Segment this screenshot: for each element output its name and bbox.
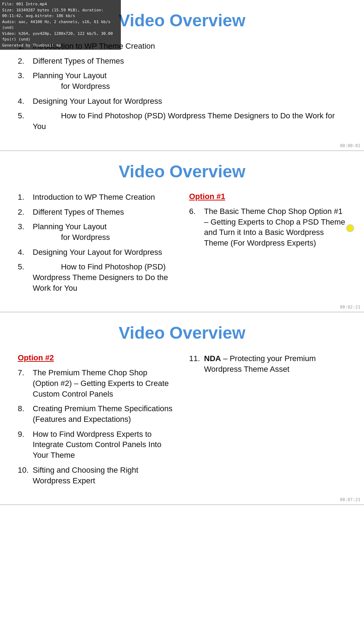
panel2-title: Video Overview <box>18 162 346 181</box>
file-info-line5: Generated by Thumbnail me <box>2 43 119 49</box>
list-item: 9. How to Find Wordpress Experts to Inte… <box>18 429 175 461</box>
panel1-content: 1. Introduction to WP Theme Creation 2. … <box>18 41 346 136</box>
list-item: 10. Sifting and Choosing the Right Wordp… <box>18 465 175 486</box>
item-num: 3. <box>18 70 33 81</box>
item-num: 2. <box>18 56 33 66</box>
list-item: 4. Designing Your Layout for Wordpress <box>18 96 346 107</box>
panel2: Video Overview 1. Introduction to WP The… <box>0 151 364 313</box>
panel3: Video Overview Option #2 7. The Premium … <box>0 312 364 505</box>
panel3-right-list: 11. NDA – Protecting your Premium Wordpr… <box>189 353 346 374</box>
item-num: 9. <box>18 429 33 440</box>
item-num: 5. <box>18 111 33 121</box>
file-info-line4: Video: h264, yuv420p, 1280x720, 122 kb/5… <box>2 31 119 43</box>
list-item: 4. Designing Your Layout for Wordpress <box>18 247 175 258</box>
item-num: 5. <box>18 262 33 272</box>
panel2-right-list: 6. The Basic Theme Chop Shop Option #1 –… <box>189 206 346 248</box>
item-num: 10. <box>18 465 33 476</box>
list-item: 8. Creating Premium Theme Specifications… <box>18 403 175 424</box>
panel3-left-list: 7. The Premium Theme Chop Shop (Option #… <box>18 367 175 486</box>
list-item: 5. How to Find Photoshop (PSD) Wordpress… <box>18 111 346 132</box>
item-num: 4. <box>18 96 33 107</box>
file-info-line1: File: 001 Intro.mp4 <box>2 1 119 7</box>
item-num: 11. <box>189 353 204 364</box>
item-num: 1. <box>18 192 33 203</box>
list-item: 2. Different Types of Themes <box>18 207 175 218</box>
list-item: 3. Planning Your Layout for Wordpress <box>18 70 346 91</box>
list-item: 1. Introduction to WP Theme Creation <box>18 192 175 203</box>
panel2-right: Option #1 6. The Basic Theme Chop Shop O… <box>189 192 346 298</box>
item-num: 8. <box>18 403 33 414</box>
list-item: 3. Planning Your Layout for Wordpress <box>18 221 175 242</box>
item-num: 2. <box>18 207 33 218</box>
panel3-left: Option #2 7. The Premium Theme Chop Shop… <box>18 353 175 490</box>
panel3-content: Option #2 7. The Premium Theme Chop Shop… <box>18 353 346 490</box>
option2-heading: Option #2 <box>18 353 175 363</box>
panel2-list: 1. Introduction to WP Theme Creation 2. … <box>18 192 175 294</box>
panel1-timestamp: 00:00:01 <box>340 143 360 148</box>
option1-heading: Option #1 <box>189 192 346 201</box>
file-info-line3: Audio: aac, 44100 Hz, 2 channels, s16, 6… <box>2 19 119 31</box>
list-item: 5. How to Find Photoshop (PSD) Wordpress… <box>18 262 175 293</box>
item-num: 4. <box>18 247 33 258</box>
list-item: 7. The Premium Theme Chop Shop (Option #… <box>18 367 175 399</box>
file-info: File: 001 Intro.mp4 Size: 16349287 bytes… <box>0 0 121 50</box>
panel3-right: 11. NDA – Protecting your Premium Wordpr… <box>189 353 346 490</box>
list-item: 6. The Basic Theme Chop Shop Option #1 –… <box>189 206 346 248</box>
list-item: 2. Different Types of Themes <box>18 56 346 66</box>
item-num: 6. <box>189 206 204 217</box>
item-num: 3. <box>18 221 33 232</box>
cursor-dot <box>346 224 354 232</box>
panel2-content: 1. Introduction to WP Theme Creation 2. … <box>18 192 346 298</box>
panel3-timestamp: 00:07:21 <box>340 497 360 502</box>
panel1-list: 1. Introduction to WP Theme Creation 2. … <box>18 41 346 132</box>
item-num: 7. <box>18 367 33 378</box>
list-item: 11. NDA – Protecting your Premium Wordpr… <box>189 353 346 374</box>
panel2-timestamp: 00:02:21 <box>340 305 360 310</box>
panel1-left: 1. Introduction to WP Theme Creation 2. … <box>18 41 346 136</box>
file-info-line2: Size: 16349287 bytes (15.59 MiB), durati… <box>2 7 119 19</box>
panel2-left: 1. Introduction to WP Theme Creation 2. … <box>18 192 175 298</box>
panel3-title: Video Overview <box>18 323 346 343</box>
